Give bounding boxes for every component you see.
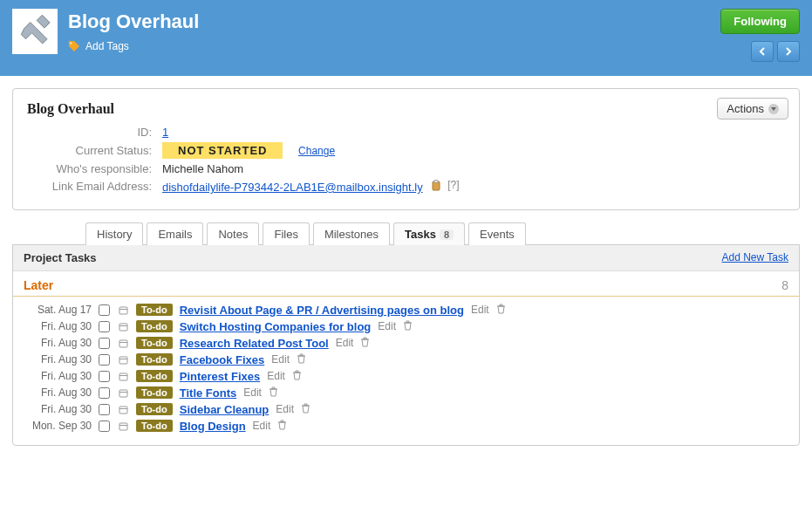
task-title-link[interactable]: Sidebar Cleanup: [180, 403, 270, 416]
email-label: Link Email Address:: [27, 180, 162, 193]
task-row: Mon. Sep 30To-doBlog DesignEdit: [24, 418, 788, 434]
add-new-task-link[interactable]: Add New Task: [722, 251, 788, 263]
tasks-panel-title: Project Tasks: [24, 251, 97, 264]
task-row: Fri. Aug 30To-doFacebook FixesEdit: [24, 352, 788, 368]
tab-history[interactable]: History: [85, 222, 143, 245]
task-checkbox[interactable]: [99, 338, 110, 349]
edit-task-link[interactable]: Edit: [471, 304, 489, 316]
tab-milestones[interactable]: Milestones: [313, 222, 390, 245]
tab-events[interactable]: Events: [468, 222, 526, 245]
add-tags-link[interactable]: Add Tags: [68, 40, 720, 52]
detail-row-email: Link Email Address: dishofdailylife-P793…: [27, 179, 785, 194]
project-header: Blog Overhaul Add Tags Following: [0, 0, 812, 76]
task-row: Fri. Aug 30To-doTitle FontsEdit: [24, 385, 788, 401]
detail-title: Blog Overhaul: [27, 101, 785, 117]
svg-rect-5: [119, 307, 127, 314]
recurrence-icon[interactable]: [117, 388, 129, 398]
svg-rect-15: [119, 390, 127, 397]
trash-icon[interactable]: [292, 370, 302, 383]
task-title-link[interactable]: Pinterest Fixes: [180, 370, 261, 383]
trash-icon[interactable]: [496, 304, 506, 317]
task-checkbox[interactable]: [99, 371, 110, 382]
following-button[interactable]: Following: [720, 9, 800, 34]
task-date: Fri. Aug 30: [24, 320, 92, 332]
edit-task-link[interactable]: Edit: [271, 353, 290, 366]
svg-point-2: [71, 43, 72, 44]
tab-notes[interactable]: Notes: [207, 222, 259, 245]
edit-task-link[interactable]: Edit: [378, 320, 396, 332]
edit-task-link[interactable]: Edit: [253, 420, 271, 432]
tasks-header: Project Tasks Add New Task: [13, 245, 799, 271]
status-label: Current Status:: [27, 144, 162, 157]
task-checkbox[interactable]: [99, 421, 110, 432]
email-value-wrap: dishofdailylife-P793442-2LAB1E@mailbox.i…: [162, 179, 460, 194]
trash-icon[interactable]: [403, 320, 413, 333]
tag-icon: [68, 40, 80, 52]
change-status-link[interactable]: Change: [298, 145, 335, 157]
task-title-link[interactable]: Revisit About Page & PR / Advertising pa…: [180, 304, 464, 317]
section-label: Later: [24, 278, 53, 292]
prev-record-button[interactable]: [751, 41, 774, 62]
trash-icon[interactable]: [301, 403, 310, 416]
edit-task-link[interactable]: Edit: [243, 386, 262, 399]
hammer-icon: [17, 13, 53, 50]
task-date: Sat. Aug 17: [24, 304, 92, 316]
chevron-right-icon: [785, 47, 792, 56]
trash-icon[interactable]: [277, 420, 287, 433]
actions-menu-button[interactable]: Actions: [717, 98, 788, 120]
task-checkbox[interactable]: [99, 304, 110, 316]
task-date: Fri. Aug 30: [24, 386, 92, 399]
id-link[interactable]: 1: [162, 126, 168, 139]
task-checkbox[interactable]: [99, 321, 110, 332]
recurrence-icon[interactable]: [117, 338, 129, 348]
chevron-left-icon: [759, 47, 766, 56]
task-checkbox[interactable]: [99, 387, 110, 399]
recurrence-icon[interactable]: [117, 421, 129, 431]
next-record-button[interactable]: [777, 41, 800, 62]
task-checkbox[interactable]: [99, 354, 110, 366]
todo-badge: To-do: [136, 370, 173, 382]
todo-badge: To-do: [136, 337, 173, 349]
detail-row-responsible: Who's responsible: Michelle Nahom: [27, 162, 785, 175]
edit-task-link[interactable]: Edit: [276, 403, 294, 415]
task-title-link[interactable]: Research Related Post Tool: [180, 337, 329, 350]
tabs: History Emails Notes Files Milestones Ta…: [85, 222, 800, 245]
task-title-link[interactable]: Facebook Fixes: [180, 353, 265, 366]
task-title-link[interactable]: Blog Design: [180, 420, 246, 433]
email-link[interactable]: dishofdailylife-P793442-2LAB1E@mailbox.i…: [162, 181, 423, 194]
recurrence-icon[interactable]: [117, 305, 129, 315]
recurrence-icon[interactable]: [117, 355, 129, 365]
recurrence-icon[interactable]: [117, 405, 129, 414]
task-checkbox[interactable]: [99, 404, 110, 415]
task-row: Fri. Aug 30To-doSwitch Hosting Companies…: [24, 318, 788, 335]
responsible-label: Who's responsible:: [27, 162, 162, 175]
header-right: Following: [720, 9, 800, 62]
svg-rect-7: [119, 324, 127, 331]
svg-rect-11: [119, 357, 127, 364]
task-title-link[interactable]: Title Fonts: [180, 386, 236, 400]
trash-icon[interactable]: [297, 353, 306, 366]
edit-task-link[interactable]: Edit: [336, 337, 354, 349]
section-count: 8: [781, 278, 788, 292]
recurrence-icon[interactable]: [117, 372, 129, 381]
id-label: ID:: [27, 126, 162, 139]
svg-rect-17: [119, 407, 127, 414]
trash-icon[interactable]: [269, 386, 278, 400]
trash-icon[interactable]: [360, 337, 370, 350]
help-link[interactable]: [?]: [447, 179, 459, 191]
todo-badge: To-do: [136, 386, 173, 399]
task-section-later: Later 8: [13, 271, 799, 297]
tab-tasks[interactable]: Tasks8: [393, 222, 465, 245]
task-title-link[interactable]: Switch Hosting Companies for blog: [180, 320, 372, 333]
tab-files[interactable]: Files: [263, 222, 309, 245]
clipboard-icon[interactable]: [431, 180, 442, 191]
recurrence-icon[interactable]: [117, 322, 129, 332]
edit-task-link[interactable]: Edit: [267, 370, 285, 382]
todo-badge: To-do: [136, 320, 173, 332]
project-icon: [12, 9, 58, 54]
task-row: Fri. Aug 30To-doPinterest FixesEdit: [24, 368, 788, 385]
status-badge: NOT STARTED: [162, 142, 283, 159]
tab-emails[interactable]: Emails: [147, 222, 203, 245]
todo-badge: To-do: [136, 403, 173, 415]
tasks-panel: Project Tasks Add New Task Later 8 Sat. …: [12, 244, 800, 446]
